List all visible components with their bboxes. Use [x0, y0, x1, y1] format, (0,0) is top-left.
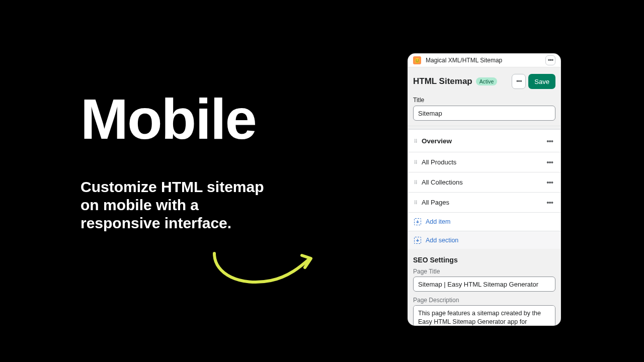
marketing-headline: Mobile	[80, 90, 332, 148]
drag-handle-icon[interactable]: ⁞⁞	[414, 179, 417, 186]
marketing-subtext: Customize HTML sitemap on mobile with a …	[80, 178, 282, 232]
status-badge: Active	[476, 77, 498, 85]
row-more-button[interactable]: •••	[545, 197, 554, 208]
list-item[interactable]: ⁞⁞ All Pages •••	[408, 193, 560, 213]
add-icon: +	[414, 237, 421, 244]
app-name: Magical XML/HTML Sitemap	[426, 57, 545, 64]
drag-handle-icon[interactable]: ⁞⁞	[414, 138, 417, 144]
page-desc-label: Page Description	[413, 297, 555, 304]
save-button[interactable]: Save	[528, 74, 555, 89]
mobile-preview: 😊 Magical XML/HTML Sitemap ••• HTML Site…	[408, 54, 560, 325]
seo-heading: SEO Settings	[413, 256, 555, 264]
app-title-bar: 😊 Magical XML/HTML Sitemap •••	[408, 54, 560, 67]
header-more-button[interactable]: •••	[512, 74, 526, 89]
row-more-button[interactable]: •••	[545, 135, 554, 147]
add-section-button[interactable]: + Add section	[408, 231, 560, 249]
add-item-label: Add item	[426, 218, 450, 225]
item-label: All Collections	[422, 178, 545, 186]
item-label: All Products	[422, 158, 545, 166]
title-input[interactable]	[413, 106, 555, 121]
drag-handle-icon[interactable]: ⁞⁞	[414, 159, 417, 165]
app-more-button[interactable]: •••	[545, 55, 555, 65]
arrow-icon	[210, 251, 316, 292]
page-title: HTML Sitemap	[413, 76, 472, 86]
section-overview[interactable]: ⁞⁞ Overview •••	[408, 130, 560, 152]
sections-list: ⁞⁞ Overview ••• ⁞⁞ All Products ••• ⁞⁞ A…	[408, 129, 560, 231]
app-icon: 😊	[413, 56, 421, 64]
drag-handle-icon[interactable]: ⁞⁞	[414, 199, 417, 206]
list-item[interactable]: ⁞⁞ All Collections •••	[408, 172, 560, 193]
title-label: Title	[413, 97, 555, 104]
add-icon: +	[414, 218, 421, 225]
add-section-label: Add section	[426, 237, 458, 244]
add-item-button[interactable]: + Add item	[408, 213, 560, 231]
item-label: All Pages	[422, 199, 545, 206]
seo-page-desc-input[interactable]	[413, 305, 555, 325]
seo-page-title-input[interactable]	[413, 277, 555, 292]
title-field-block: Title	[408, 97, 560, 126]
page-title-label: Page Title	[413, 268, 555, 275]
section-label: Overview	[422, 137, 545, 145]
seo-settings: SEO Settings Page Title Page Description	[408, 249, 560, 325]
row-more-button[interactable]: •••	[545, 176, 554, 188]
row-more-button[interactable]: •••	[545, 156, 554, 168]
page-header: HTML Sitemap Active ••• Save	[408, 67, 560, 97]
list-item[interactable]: ⁞⁞ All Products •••	[408, 152, 560, 172]
